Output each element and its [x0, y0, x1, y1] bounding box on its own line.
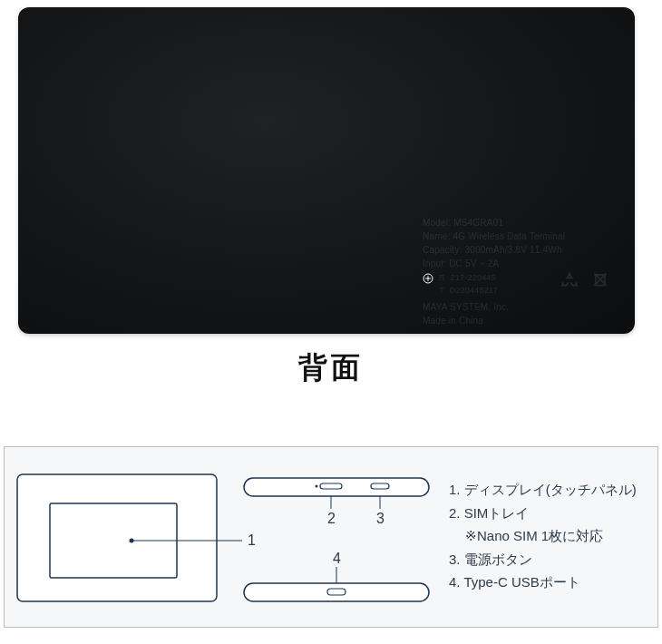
compliance-icons [560, 270, 609, 288]
spec-cert-t: T [439, 285, 444, 298]
spec-madein: Made in China [423, 314, 613, 327]
back-caption: 背面 [0, 348, 662, 388]
telec-mark-icon [423, 273, 433, 284]
diagram-marker-3: 3 [376, 511, 385, 526]
weee-bin-icon [591, 270, 609, 288]
spec-cert-b: D220445217 [450, 285, 499, 298]
diagram-front-face [17, 474, 242, 601]
legend-item-1: 1. ディスプレイ(タッチパネル) [449, 478, 653, 502]
svg-rect-13 [327, 589, 346, 595]
legend-item-2: 2. SIMトレイ [449, 502, 653, 525]
spec-company: MAYA SYSTEM, Inc. [423, 300, 613, 314]
spec-name: Name: 4G Wireless Data Terminal [423, 229, 613, 243]
diagram-marker-4: 4 [333, 551, 341, 566]
legend-item-4: 4. Type-C USBポート [449, 571, 653, 594]
legend-item-2-note: ※Nano SIM 1枚に対応 [449, 524, 653, 548]
spec-capacity: Capacity: 3000mAh/3.8V 11.4Wh [423, 243, 613, 257]
spec-cert-a: 217-220445 [451, 272, 496, 285]
diagram-marker-2: 2 [327, 511, 336, 526]
parts-diagram: 1 2 3 4 [5, 447, 440, 627]
diagram-bottom-edge [244, 567, 429, 601]
legend-item-3: 3. 電源ボタン [449, 548, 653, 571]
diagram-top-edge [244, 478, 429, 509]
diagram-marker-1: 1 [248, 532, 256, 548]
spec-model: Model: MS4GRA01 [423, 216, 613, 229]
spec-input: Input: DC 5V ⎓ 2A [423, 257, 613, 270]
spec-cert-r: R [439, 272, 445, 285]
svg-rect-9 [371, 483, 389, 489]
recycle-icon [560, 270, 579, 288]
svg-rect-7 [320, 483, 342, 489]
svg-point-8 [316, 485, 318, 488]
parts-diagram-box: 1 2 3 4 1. ディ [4, 446, 658, 628]
device-back-image: Model: MS4GRA01 Name: 4G Wireless Data T… [18, 7, 635, 334]
parts-legend: 1. ディスプレイ(タッチパネル) 2. SIMトレイ ※Nano SIM 1枚… [449, 478, 653, 594]
